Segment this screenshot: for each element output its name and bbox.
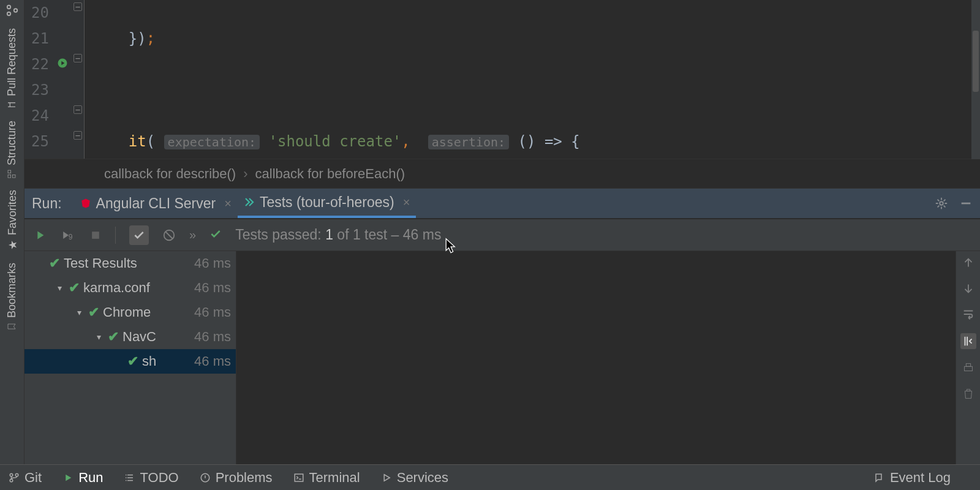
show-ignored-button[interactable] bbox=[162, 228, 176, 242]
statusbar-run[interactable]: Run bbox=[62, 470, 103, 486]
sidebar-item-bookmarks[interactable]: Bookmarks bbox=[6, 263, 18, 331]
terminal-icon bbox=[293, 472, 304, 483]
test-tree[interactable]: ✔Test Results46 ms▾✔karma.conf46 ms▾✔Chr… bbox=[24, 251, 236, 481]
editor[interactable]: 20 21 22 23 24 25 − − − − }); it( expect… bbox=[24, 0, 980, 159]
tree-row[interactable]: ▾✔karma.conf46 ms bbox=[24, 276, 236, 300]
angular-icon bbox=[80, 198, 91, 209]
show-passed-button[interactable] bbox=[129, 225, 149, 245]
check-icon: ✔ bbox=[88, 304, 99, 320]
run-tab-label: Angular CLI Server bbox=[96, 195, 216, 212]
close-icon[interactable]: × bbox=[403, 195, 410, 209]
svg-text:9: 9 bbox=[69, 232, 73, 241]
statusbar-services[interactable]: Services bbox=[381, 470, 448, 486]
statusbar-label: TODO bbox=[140, 470, 178, 486]
check-icon: ✔ bbox=[49, 255, 60, 271]
chevron-right-icon: › bbox=[243, 166, 247, 182]
sidebar-item-structure[interactable]: Structure bbox=[6, 121, 18, 179]
check-icon bbox=[209, 228, 222, 242]
tree-label: Chrome bbox=[103, 304, 194, 320]
gutter-linenumbers: 20 21 22 23 24 25 bbox=[24, 0, 54, 159]
tree-row[interactable]: ✔sh46 ms bbox=[24, 349, 236, 374]
param-hint: assertion: bbox=[428, 135, 509, 149]
breadcrumb-item[interactable]: callback for beforeEach() bbox=[255, 166, 405, 182]
svg-rect-5 bbox=[13, 175, 16, 178]
editor-scrollbar[interactable] bbox=[971, 0, 980, 159]
close-icon[interactable]: × bbox=[224, 197, 232, 211]
stop-button[interactable] bbox=[89, 229, 102, 241]
svg-point-7 bbox=[940, 202, 943, 205]
breadcrumbs[interactable]: callback for describe() › callback for b… bbox=[24, 159, 980, 189]
minimize-icon[interactable] bbox=[959, 197, 973, 210]
statusbar-eventlog[interactable]: Event Log bbox=[874, 470, 951, 486]
services-icon bbox=[381, 472, 392, 483]
svg-rect-12 bbox=[966, 364, 970, 367]
sidebar-label: Structure bbox=[6, 121, 18, 165]
gutter-fold[interactable]: − − − − bbox=[72, 0, 85, 159]
sidebar-item-favorites[interactable]: ★ Favorites bbox=[6, 190, 19, 252]
statusbar-terminal[interactable]: Terminal bbox=[293, 470, 360, 486]
up-icon[interactable] bbox=[962, 256, 975, 270]
breadcrumb-item[interactable]: callback for describe() bbox=[104, 166, 236, 182]
chevron-down-icon[interactable]: ▾ bbox=[97, 332, 108, 342]
svg-point-2 bbox=[13, 9, 17, 12]
statusbar-label: Event Log bbox=[890, 470, 951, 486]
tree-label: karma.conf bbox=[83, 280, 194, 296]
test-output[interactable] bbox=[236, 251, 956, 481]
chevron-down-icon[interactable]: ▾ bbox=[58, 283, 69, 293]
svg-point-0 bbox=[7, 6, 10, 9]
fold-end-icon[interactable]: − bbox=[74, 2, 82, 11]
run-test-icon[interactable] bbox=[56, 51, 69, 77]
statusbar-label: Problems bbox=[216, 470, 273, 486]
karma-icon bbox=[244, 197, 255, 208]
fold-end-icon[interactable]: − bbox=[74, 131, 82, 140]
print-icon[interactable] bbox=[962, 361, 975, 375]
tree-label: Test Results bbox=[64, 255, 194, 271]
softwrap-icon[interactable] bbox=[962, 307, 975, 321]
fold-end-icon[interactable]: − bbox=[74, 105, 82, 114]
tree-label: sh bbox=[142, 353, 194, 369]
svg-point-15 bbox=[15, 473, 18, 477]
statusbar-label: Services bbox=[397, 470, 448, 486]
eventlog-icon bbox=[874, 472, 885, 483]
statusbar-label: Terminal bbox=[309, 470, 360, 486]
tree-time: 46 ms bbox=[194, 304, 236, 320]
check-icon: ✔ bbox=[127, 353, 138, 369]
svg-rect-4 bbox=[9, 170, 12, 173]
statusbar-label: Run bbox=[78, 470, 103, 486]
down-icon[interactable] bbox=[962, 282, 975, 295]
chevron-down-icon[interactable]: ▾ bbox=[77, 307, 88, 317]
check-icon: ✔ bbox=[108, 329, 119, 345]
statusbar-problems[interactable]: Problems bbox=[200, 470, 273, 486]
sidebar-item-pullrequests[interactable]: Pull Requests bbox=[6, 28, 18, 110]
statusbar: Git Run TODO Problems Terminal Services … bbox=[0, 464, 980, 490]
gutter-run[interactable] bbox=[54, 0, 72, 159]
run-toolbar: 9 » Tests passed: 1 of 1 test – 46 ms bbox=[24, 219, 980, 251]
gear-icon[interactable] bbox=[935, 197, 948, 210]
code-area[interactable]: }); it( expectation: 'should create', as… bbox=[85, 0, 980, 159]
more-button[interactable]: » bbox=[189, 228, 196, 242]
tree-row[interactable]: ✔Test Results46 ms bbox=[24, 251, 236, 276]
check-icon: ✔ bbox=[69, 280, 80, 296]
tree-label: NavC bbox=[123, 329, 194, 345]
statusbar-todo[interactable]: TODO bbox=[124, 470, 178, 486]
svg-point-13 bbox=[10, 473, 13, 477]
statusbar-label: Git bbox=[24, 470, 42, 486]
branch-icon bbox=[9, 472, 20, 483]
run-tab-tests[interactable]: Tests (tour-of-heroes) × bbox=[238, 189, 417, 218]
rerun-failed-button[interactable]: 9 bbox=[60, 228, 76, 242]
svg-rect-17 bbox=[295, 474, 303, 481]
right-toolbar bbox=[956, 251, 980, 481]
run-tab-angular[interactable]: Angular CLI Server × bbox=[74, 189, 238, 218]
trash-icon[interactable] bbox=[962, 387, 975, 401]
tree-row[interactable]: ▾✔Chrome46 ms bbox=[24, 300, 236, 325]
warn-icon bbox=[200, 472, 211, 483]
tree-time: 46 ms bbox=[194, 280, 236, 296]
scroll-to-end-icon[interactable] bbox=[960, 333, 976, 349]
merge-icon[interactable] bbox=[6, 4, 19, 17]
tree-time: 46 ms bbox=[194, 353, 236, 369]
fold-start-icon[interactable]: − bbox=[74, 54, 82, 62]
svg-rect-3 bbox=[9, 175, 12, 178]
rerun-button[interactable] bbox=[33, 228, 47, 242]
statusbar-git[interactable]: Git bbox=[9, 470, 42, 486]
tree-row[interactable]: ▾✔NavC46 ms bbox=[24, 325, 236, 349]
